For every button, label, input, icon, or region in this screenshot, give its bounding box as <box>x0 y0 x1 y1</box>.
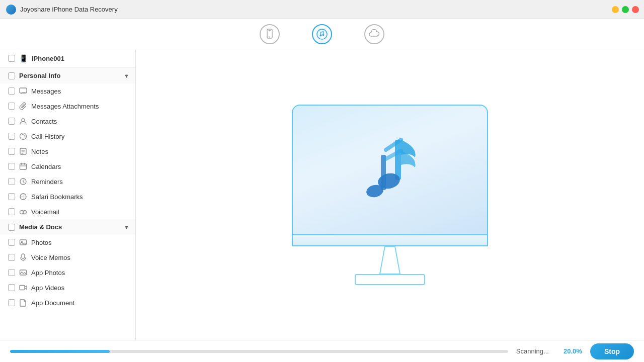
reminders-label: Reminders <box>31 178 63 186</box>
reminders-checkbox[interactable] <box>8 178 15 185</box>
contacts-checkbox[interactable] <box>8 118 15 125</box>
call-history-label: Call History <box>31 133 64 140</box>
svg-point-7 <box>22 119 25 122</box>
svg-point-4 <box>320 34 322 36</box>
sidebar-item-voice-memos[interactable]: Voice Memos <box>0 250 135 265</box>
app-photos-label: App Photos <box>31 269 65 277</box>
messages-attachments-label: Messages Attachments <box>31 103 99 110</box>
bottom-bar: Scanning... 20.0% Stop <box>0 340 644 362</box>
svg-point-8 <box>20 133 27 140</box>
sidebar: 📱 iPhone001 Personal Info ▼ Messages Mes… <box>0 49 136 340</box>
music-note-illustration <box>345 125 435 215</box>
device-checkbox[interactable] <box>8 55 15 62</box>
safari-bookmarks-label: Safari Bookmarks <box>31 193 83 201</box>
close-button[interactable] <box>632 6 639 13</box>
tab-icloud-icon-circle <box>364 24 384 44</box>
monitor-bottom-bar <box>292 235 488 246</box>
svg-point-3 <box>317 29 327 39</box>
photos-checkbox[interactable] <box>8 239 15 246</box>
svg-rect-29 <box>20 286 25 290</box>
app-video-icon <box>19 284 27 292</box>
photos-label: Photos <box>31 239 51 246</box>
minimize-button[interactable] <box>612 6 619 13</box>
sidebar-item-voicemail[interactable]: Voicemail <box>0 204 135 219</box>
progress-fill <box>10 350 110 353</box>
scanning-label: Scanning... <box>516 347 549 355</box>
title-bar: Joyoshare iPhone Data Recovery <box>0 0 644 19</box>
notes-icon <box>19 147 27 155</box>
sidebar-item-safari-bookmarks[interactable]: Safari Bookmarks <box>0 189 135 204</box>
contacts-label: Contacts <box>31 118 57 125</box>
app-photo-icon <box>19 268 27 277</box>
sidebar-item-calendars[interactable]: Calendars <box>0 159 135 174</box>
progress-container <box>10 350 508 353</box>
content-area <box>136 49 644 340</box>
phone-icon <box>19 132 27 140</box>
app-photos-checkbox[interactable] <box>8 269 15 276</box>
window-controls <box>612 6 639 13</box>
attachment-icon <box>19 102 27 110</box>
tab-icloud[interactable] <box>358 21 390 47</box>
itunes-icon <box>316 29 328 40</box>
calendar-icon <box>19 162 27 170</box>
sidebar-item-notes[interactable]: Notes <box>0 144 135 159</box>
tab-itunes[interactable] <box>306 21 338 47</box>
svg-rect-13 <box>20 164 27 169</box>
photo-icon <box>19 238 27 246</box>
stop-button[interactable]: Stop <box>590 343 634 359</box>
monitor-stand <box>355 246 425 285</box>
sidebar-item-contacts[interactable]: Contacts <box>0 114 135 129</box>
svg-point-1 <box>269 36 270 37</box>
app-document-label: App Document <box>31 299 74 307</box>
media-docs-checkbox[interactable] <box>8 224 15 231</box>
monitor-base <box>355 274 425 285</box>
section-personal-info[interactable]: Personal Info ▼ <box>0 68 135 83</box>
safari-bookmarks-checkbox[interactable] <box>8 193 15 200</box>
tab-device[interactable] <box>254 21 286 47</box>
app-videos-checkbox[interactable] <box>8 284 15 291</box>
personal-info-checkbox[interactable] <box>8 72 15 79</box>
personal-info-chevron: ▼ <box>124 73 129 79</box>
reminder-icon <box>19 177 27 186</box>
sidebar-item-app-photos[interactable]: App Photos <box>0 265 135 280</box>
app-document-checkbox[interactable] <box>8 299 15 306</box>
app-title: Joyoshare iPhone Data Recovery <box>20 6 118 13</box>
voicemail-checkbox[interactable] <box>8 208 15 215</box>
call-history-checkbox[interactable] <box>8 133 15 140</box>
monitor-illustration <box>292 105 488 285</box>
sidebar-item-messages[interactable]: Messages <box>0 83 135 99</box>
svg-rect-26 <box>22 254 25 258</box>
sidebar-item-app-videos[interactable]: App Videos <box>0 280 135 295</box>
app-logo <box>6 5 16 15</box>
progress-percent-label: 20.0% <box>557 347 582 355</box>
tab-device-icon-circle <box>260 24 280 44</box>
message-icon <box>19 87 27 95</box>
voice-memos-checkbox[interactable] <box>8 254 15 261</box>
device-icon <box>264 29 275 40</box>
sidebar-item-app-document[interactable]: App Document <box>0 295 135 310</box>
voice-memos-label: Voice Memos <box>31 254 70 261</box>
messages-attachments-checkbox[interactable] <box>8 103 15 110</box>
voicemail-label: Voicemail <box>31 208 59 216</box>
messages-label: Messages <box>31 87 61 95</box>
calendars-checkbox[interactable] <box>8 163 15 170</box>
section-media-docs[interactable]: Media & Docs ▼ <box>0 219 135 235</box>
voicemail-icon <box>19 208 27 216</box>
nav-tabs <box>0 19 644 49</box>
contact-icon <box>19 117 27 125</box>
sidebar-device[interactable]: 📱 iPhone001 <box>0 49 135 68</box>
notes-checkbox[interactable] <box>8 148 15 155</box>
sidebar-item-call-history[interactable]: Call History <box>0 129 135 144</box>
app-videos-label: App Videos <box>31 284 64 292</box>
voice-memo-icon <box>19 253 27 261</box>
sidebar-item-photos[interactable]: Photos <box>0 235 135 250</box>
main-layout: 📱 iPhone001 Personal Info ▼ Messages Mes… <box>0 49 644 340</box>
sidebar-item-reminders[interactable]: Reminders <box>0 174 135 189</box>
maximize-button[interactable] <box>622 6 629 13</box>
safari-icon <box>19 193 27 201</box>
notes-label: Notes <box>31 148 48 155</box>
monitor-neck <box>372 246 408 274</box>
messages-checkbox[interactable] <box>8 87 15 95</box>
device-name: iPhone001 <box>32 55 64 62</box>
sidebar-item-messages-attachments[interactable]: Messages Attachments <box>0 99 135 114</box>
